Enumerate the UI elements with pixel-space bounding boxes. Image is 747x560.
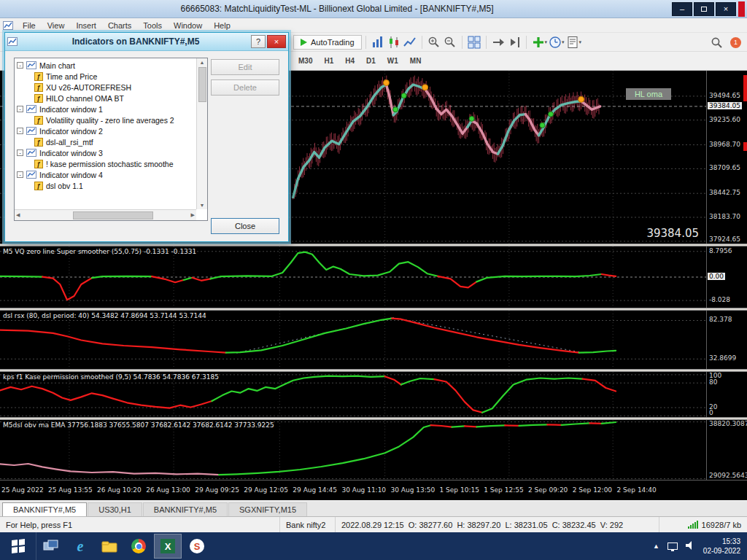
tree-indicator-item[interactable]: ƒHILO channel OMA BT	[34, 93, 196, 104]
menu-insert[interactable]: Insert	[70, 20, 102, 31]
minimize-button[interactable]: –	[672, 2, 692, 16]
tree-collapse-icon[interactable]: -	[17, 171, 23, 178]
scrollbar-thumb[interactable]	[73, 211, 153, 219]
zoom-out-icon[interactable]	[442, 34, 458, 50]
close-button[interactable]: ×	[716, 2, 736, 16]
chart-tab-2[interactable]: BANKNIFTY#,M5	[143, 502, 228, 516]
autotrading-button[interactable]: AutoTrading	[293, 35, 362, 50]
chevron-down-icon[interactable]: ▾	[579, 39, 582, 45]
edit-button[interactable]: Edit	[211, 59, 279, 75]
vertical-scrollbar[interactable]: ▲ ▼	[196, 58, 207, 209]
tree-indicator-item[interactable]: ƒXU v26-AUTOREFRESH	[34, 82, 196, 93]
main-price-scale[interactable]: 39494.6539384.0539235.6038968.7038709.65…	[706, 71, 747, 244]
scroll-down-icon[interactable]: ▼	[197, 203, 207, 208]
window-splitter[interactable]	[0, 417, 747, 420]
toolbar-separator	[422, 36, 422, 49]
volume-icon[interactable]	[686, 540, 695, 553]
notification-badge[interactable]: 1	[730, 37, 741, 48]
tree-window-item[interactable]: -Indicator window 1	[17, 104, 196, 114]
menu-file[interactable]: File	[17, 20, 42, 31]
line-chart-icon[interactable]	[402, 34, 418, 50]
chart-shift-icon[interactable]	[506, 34, 522, 50]
scrollbar-thumb[interactable]	[198, 67, 206, 102]
tree-indicator-item[interactable]: ƒVolatility quality - zero line averages…	[34, 114, 196, 125]
tree-collapse-icon[interactable]: -	[17, 128, 23, 134]
tree-indicator-item[interactable]: ƒTime and Price	[34, 71, 196, 82]
close-button-dialog[interactable]: Close	[211, 218, 279, 234]
tree-window-item[interactable]: -Indicator window 3	[17, 147, 196, 158]
delete-button[interactable]: Delete	[211, 79, 279, 96]
obv-scale[interactable]: 38820.308729092.5643	[706, 420, 747, 480]
tree-indicator-item[interactable]: ƒ! kase permission stochastic smoothe	[34, 158, 196, 169]
tray-expand-icon[interactable]: ▲	[653, 542, 659, 550]
chart-tab-3[interactable]: SGXNIFTY,M15	[228, 502, 307, 516]
candlestick-chart-icon[interactable]	[386, 34, 402, 50]
file-explorer-icon[interactable]	[96, 534, 123, 558]
window-splitter[interactable]	[0, 308, 747, 311]
chart-tab-0[interactable]: BANKNIFTY#,M5	[2, 502, 87, 516]
timeframe-w1-button[interactable]: W1	[382, 55, 403, 67]
tree-collapse-icon[interactable]: -	[17, 149, 23, 156]
tree-window-item[interactable]: -Main chart	[17, 60, 196, 71]
start-button[interactable]	[0, 532, 36, 560]
rsx-indicator-plot[interactable]	[0, 311, 706, 369]
s-app-icon[interactable]: S	[184, 534, 210, 558]
scroll-left-icon[interactable]: ◀	[16, 212, 20, 218]
tree-indicator-label: XU v26-AUTOREFRESH	[46, 83, 131, 92]
menu-bar: FileViewInsertChartsToolsWindowHelp	[0, 18, 747, 33]
indicator-window-3: 10080200 kps f1 Kase permission smoothed…	[0, 372, 747, 417]
excel-icon[interactable]: X	[155, 534, 181, 558]
timeframe-h4-button[interactable]: H4	[340, 55, 360, 67]
help-button[interactable]: ?	[251, 35, 266, 48]
timeframe-d1-button[interactable]: D1	[361, 55, 381, 67]
rsx-scale[interactable]: 82.37832.8699	[706, 311, 747, 369]
time-axis[interactable]: 25 Aug 202225 Aug 13:5526 Aug 10:2026 Au…	[0, 480, 747, 500]
chart-tab-1[interactable]: US30,H1	[88, 502, 142, 516]
time-axis-label: 29 Aug 12:05	[244, 486, 288, 494]
obv-indicator-plot[interactable]	[0, 420, 706, 480]
close-dialog-button[interactable]: ×	[267, 35, 286, 48]
chrome-icon[interactable]	[125, 534, 152, 558]
tree-window-item[interactable]: -Indicator window 4	[17, 169, 196, 180]
search-icon[interactable]	[708, 34, 724, 50]
tile-windows-icon[interactable]	[466, 34, 482, 50]
timeframe-mn-button[interactable]: MN	[405, 55, 427, 67]
tree-indicator-label: ! kase permission stochastic smoothe	[46, 160, 174, 168]
tree-window-item[interactable]: -Indicator window 2	[17, 125, 196, 136]
ie-icon[interactable]: e	[67, 534, 93, 558]
scroll-right-icon[interactable]: ▶	[191, 212, 195, 218]
bar-chart-icon[interactable]	[370, 34, 386, 50]
menu-window[interactable]: Window	[168, 20, 208, 31]
vq-indicator-plot[interactable]	[0, 246, 706, 308]
menu-view[interactable]: View	[42, 20, 71, 31]
server-manager-icon[interactable]	[38, 534, 64, 558]
toolbar-separator	[486, 36, 487, 49]
menu-tools[interactable]: Tools	[137, 20, 168, 31]
timeframe-h1-button[interactable]: H1	[319, 55, 338, 67]
network-icon[interactable]	[667, 542, 678, 550]
menu-charts[interactable]: Charts	[102, 20, 137, 31]
time-axis-label: 30 Aug 13:50	[390, 486, 435, 494]
restore-button[interactable]	[694, 2, 714, 16]
menu-help[interactable]: Help	[208, 20, 236, 31]
auto-scroll-icon[interactable]	[490, 34, 506, 50]
indicators-add-icon[interactable]	[530, 34, 546, 50]
tree-collapse-icon[interactable]: -	[17, 106, 23, 112]
templates-icon[interactable]	[565, 34, 581, 50]
timeframe-m30-button[interactable]: M30	[293, 55, 317, 67]
title-bar[interactable]: 66665083: MatchLiquidityTest-ML - Billio…	[0, 0, 747, 18]
tree-indicator-item[interactable]: ƒdsl-all_rsi_mtf	[34, 136, 196, 147]
tree-collapse-icon[interactable]: -	[17, 62, 23, 69]
horizontal-scrollbar[interactable]: ◀ ▶	[15, 209, 196, 220]
window-splitter[interactable]	[0, 244, 747, 246]
zoom-in-icon[interactable]	[426, 34, 442, 50]
rsx-indicator-label: dsl rsx (80, dsl period: 40) 54.3482 47.…	[3, 312, 206, 319]
kase-scale[interactable]: 10080200	[706, 372, 747, 417]
dialog-title-bar[interactable]: Indicators on BANKNIFTY#,M5 ? ×	[5, 33, 288, 51]
scroll-up-icon[interactable]: ▲	[197, 58, 207, 65]
vq-scale[interactable]: 8.79560.00-8.028	[706, 246, 747, 308]
taskbar-clock[interactable]: 15:33 02-09-2022	[703, 537, 740, 556]
tree-indicator-item[interactable]: ƒdsl obv 1.1	[34, 180, 196, 191]
timeframes-icon[interactable]	[547, 34, 563, 50]
window-splitter[interactable]	[0, 369, 747, 372]
